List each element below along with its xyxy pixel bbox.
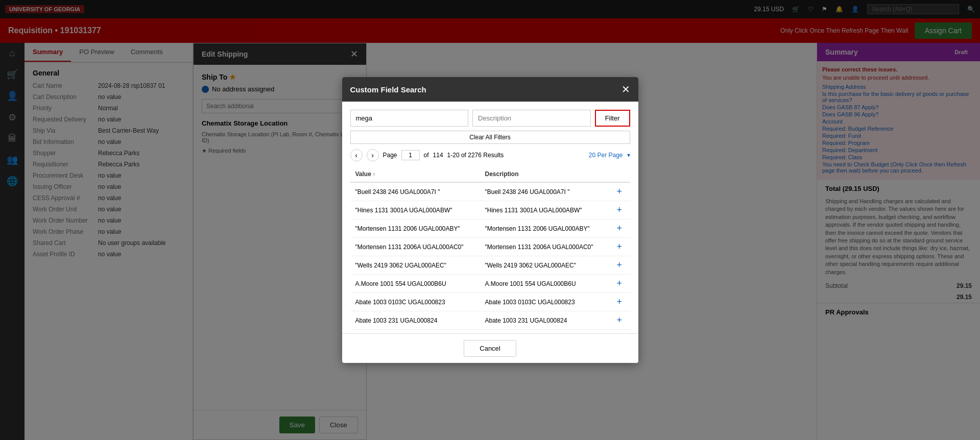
cell-value: Abney 1046 317 UGAL0009L8 — [350, 330, 480, 334]
per-page-chevron[interactable]: ▾ — [627, 152, 630, 159]
cell-description: "Mortensen 1131 2006A UGAL000AC0" — [480, 238, 610, 256]
table-row: "Wells 2419 3062 UGAL000AEC" "Wells 2419… — [350, 256, 630, 275]
cell-value: Abate 1003 0103C UGAL000823 — [350, 293, 480, 311]
cell-value: "Buell 2438 246 UGAL000A7I " — [350, 182, 480, 201]
cell-value: "Wells 2419 3062 UGAL000AEC" — [350, 256, 480, 275]
cell-description: Abney 1046 317 UGAL0009L8 — [480, 330, 610, 334]
modal-header: Custom Field Search ✕ — [342, 77, 638, 102]
cell-value: A.Moore 1001 554 UGAL000B6U — [350, 275, 480, 293]
per-page-selector[interactable]: 20 Per Page — [589, 152, 623, 159]
col-header-value[interactable]: Value — [350, 166, 480, 182]
cell-value: "Hines 1131 3001A UGAL000ABW" — [350, 201, 480, 219]
cell-description: A.Moore 1001 554 UGAL000B6U — [480, 275, 610, 293]
custom-field-search-modal: Custom Field Search ✕ Filter Clear All F… — [342, 77, 638, 363]
cell-value: Abate 1003 231 UGAL000824 — [350, 311, 480, 330]
pagination-row: ‹ › Page of 114 1-20 of 2276 Results 20 … — [350, 149, 630, 161]
add-row-button[interactable]: + — [615, 297, 625, 307]
cell-value: "Mortensen 1131 2006A UGAL000AC0" — [350, 238, 480, 256]
cell-description: "Buell 2438 246 UGAL000A7I " — [480, 182, 610, 201]
table-row: "Buell 2438 246 UGAL000A7I " "Buell 2438… — [350, 182, 630, 201]
filter-description-input[interactable] — [472, 110, 591, 127]
cell-description: Abate 1003 0103C UGAL000823 — [480, 293, 610, 311]
add-row-button[interactable]: + — [615, 278, 625, 289]
cell-add[interactable]: + — [610, 238, 630, 256]
modal-backdrop: Custom Field Search ✕ Filter Clear All F… — [0, 0, 980, 440]
table-row: "Hines 1131 3001A UGAL000ABW" "Hines 113… — [350, 201, 630, 219]
table-row: Abney 1046 317 UGAL0009L8 Abney 1046 317… — [350, 330, 630, 334]
add-row-button[interactable]: + — [615, 315, 625, 326]
modal-body: Filter Clear All Filters ‹ › Page of 114… — [342, 102, 638, 333]
filter-button[interactable]: Filter — [595, 110, 630, 127]
add-row-button[interactable]: + — [615, 260, 625, 271]
filter-value-input[interactable] — [350, 110, 469, 127]
col-header-description: Description — [480, 166, 610, 182]
cancel-button[interactable]: Cancel — [464, 340, 516, 357]
cell-value: "Mortensen 1131 2006 UGAL000ABY" — [350, 219, 480, 238]
add-row-button[interactable]: + — [615, 241, 625, 252]
modal-footer: Cancel — [342, 333, 638, 363]
modal-close-button[interactable]: ✕ — [622, 83, 630, 95]
filter-row: Filter — [350, 110, 630, 127]
modal-title: Custom Field Search — [350, 85, 426, 94]
cell-add[interactable]: + — [610, 293, 630, 311]
cell-description: "Mortensen 1131 2006 UGAL000ABY" — [480, 219, 610, 238]
add-row-button[interactable]: + — [615, 186, 625, 197]
cell-add[interactable]: + — [610, 219, 630, 238]
table-row: Abate 1003 0103C UGAL000823 Abate 1003 0… — [350, 293, 630, 311]
clear-all-filters-button[interactable]: Clear All Filters — [350, 131, 630, 144]
page-label: Page — [383, 152, 397, 159]
of-label: of — [424, 152, 429, 159]
table-row: A.Moore 1001 554 UGAL000B6U A.Moore 1001… — [350, 275, 630, 293]
table-row: Abate 1003 231 UGAL000824 Abate 1003 231… — [350, 311, 630, 330]
cell-add[interactable]: + — [610, 330, 630, 334]
total-pages: 114 — [433, 152, 443, 159]
cell-description: "Hines 1131 3001A UGAL000ABW" — [480, 201, 610, 219]
page-number-input[interactable] — [401, 150, 420, 160]
add-row-button[interactable]: + — [615, 205, 625, 215]
cell-add[interactable]: + — [610, 311, 630, 330]
table-row: "Mortensen 1131 2006A UGAL000AC0" "Morte… — [350, 238, 630, 256]
results-table: Value Description "Buell 2438 246 UGAL00… — [350, 166, 630, 333]
cell-add[interactable]: + — [610, 201, 630, 219]
cell-add[interactable]: + — [610, 275, 630, 293]
cell-add[interactable]: + — [610, 256, 630, 275]
cell-add[interactable]: + — [610, 182, 630, 201]
col-header-action — [610, 166, 630, 182]
cell-description: Abate 1003 231 UGAL000824 — [480, 311, 610, 330]
table-row: "Mortensen 1131 2006 UGAL000ABY" "Morten… — [350, 219, 630, 238]
add-row-button[interactable]: + — [615, 223, 625, 234]
prev-page-button[interactable]: ‹ — [350, 149, 363, 161]
next-page-button[interactable]: › — [367, 149, 379, 161]
cell-description: "Wells 2419 3062 UGAL000AEC" — [480, 256, 610, 275]
table-header-row: Value Description — [350, 166, 630, 182]
results-text: 1-20 of 2276 Results — [447, 152, 504, 159]
results-tbody: "Buell 2438 246 UGAL000A7I " "Buell 2438… — [350, 182, 630, 333]
